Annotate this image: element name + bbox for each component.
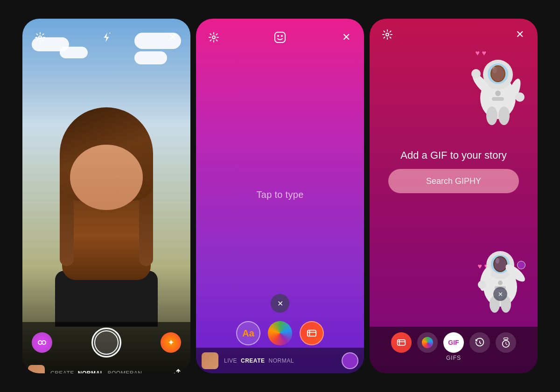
color-wheel-icon [422, 337, 433, 348]
flash-icon [102, 32, 111, 42]
svg-point-26 [491, 66, 504, 81]
text-mode-live[interactable]: LIVE [224, 357, 237, 364]
dismiss-icon: ✕ [277, 299, 283, 308]
text-screen-bg: ✕ Tap to type ✕ Aa [196, 19, 364, 373]
settings-button[interactable] [32, 29, 49, 46]
mode-boomerang[interactable]: BOOMERAN [107, 370, 142, 373]
svg-rect-45 [504, 338, 508, 340]
svg-point-38 [498, 280, 503, 285]
gif-timer-button[interactable] [496, 332, 516, 353]
sticker-face-icon [274, 31, 286, 43]
gif-sticker-button[interactable] [391, 332, 412, 353]
effect-button[interactable]: ✦ [161, 332, 181, 353]
gifs-section-label: GIFS [446, 355, 461, 364]
flip-camera-button[interactable] [168, 365, 185, 373]
svg-rect-9 [308, 330, 316, 336]
text-tool-label: Aa [242, 328, 254, 339]
astronaut-svg-bottom [472, 238, 528, 313]
text-settings-button[interactable] [205, 29, 222, 46]
history-icon [475, 337, 485, 348]
text-close-button[interactable]: ✕ [338, 29, 355, 46]
svg-point-0 [39, 36, 42, 39]
svg-point-4 [42, 341, 46, 344]
sticker-dismiss-button[interactable]: ✕ [493, 287, 507, 301]
add-gif-heading: Add a GIF to your story [400, 149, 506, 161]
boomerang-button[interactable] [32, 332, 52, 353]
sticker-face-button[interactable] [272, 29, 288, 46]
gallery-thumbnail[interactable] [28, 365, 45, 373]
gif-bottom-nav: GIF GIF [370, 327, 538, 373]
text-gallery-thumbnail[interactable] [202, 352, 218, 369]
mode-create[interactable]: CREATE [50, 370, 74, 373]
search-giphy-input[interactable]: Search GIPHY [388, 169, 519, 193]
svg-point-22 [486, 106, 497, 125]
color-picker-button[interactable] [268, 321, 292, 345]
text-mode-create[interactable]: CREATE [241, 357, 265, 364]
gif-label: GIF [448, 339, 459, 346]
phone-2-text: ✕ Tap to type ✕ Aa [196, 19, 364, 373]
gif-color-button[interactable] [417, 332, 438, 353]
astronaut-svg-top [468, 47, 528, 126]
text-mode-normal[interactable]: NORMAL [268, 357, 294, 364]
svg-marker-1 [104, 33, 109, 42]
svg-point-40 [518, 261, 525, 269]
svg-line-2 [109, 33, 110, 34]
add-gif-section: Add a GIF to your story Search GIPHY [370, 149, 538, 193]
gif-settings-icon [382, 29, 392, 40]
svg-point-3 [38, 341, 42, 344]
svg-point-5 [212, 36, 215, 39]
mode-normal[interactable]: NORMAL [78, 370, 104, 373]
text-mode-labels: LIVE CREATE NORMAL [224, 357, 294, 364]
gif-sticker-icon [397, 338, 406, 347]
phone-1-camera: ✕ ✦ [22, 19, 190, 373]
settings-icon [35, 32, 45, 42]
svg-point-23 [498, 106, 510, 125]
text-color-swatch[interactable] [342, 352, 358, 369]
svg-point-7 [277, 35, 279, 37]
camera-controls: ✦ [22, 322, 190, 363]
text-top-bar: ✕ [196, 19, 364, 51]
gif-screen-bg: ✕ ♥ ♥ [370, 19, 538, 373]
cloud-4 [134, 51, 167, 64]
svg-rect-25 [492, 97, 504, 101]
svg-point-24 [495, 91, 501, 96]
svg-rect-42 [398, 340, 406, 345]
gif-tools: GIF [386, 327, 521, 355]
tap-to-type-label[interactable]: Tap to type [256, 189, 303, 200]
close-icon: ✕ [168, 31, 177, 43]
svg-point-41 [494, 257, 506, 271]
flash-button[interactable] [98, 29, 115, 46]
text-tools: Aa [196, 321, 364, 345]
sticker-icon [307, 328, 317, 338]
camera-top-bar: ✕ [22, 19, 190, 51]
timer-icon [501, 337, 511, 348]
gif-close-icon: ✕ [516, 28, 524, 41]
sticker-dismiss-icon: ✕ [498, 291, 503, 298]
gif-history-button[interactable] [469, 332, 490, 353]
text-bottom-nav: LIVE CREATE NORMAL [196, 348, 364, 373]
shutter-button[interactable] [91, 328, 121, 357]
gif-settings-button[interactable] [379, 26, 396, 43]
search-giphy-label: Search GIPHY [426, 176, 481, 186]
mode-labels: CREATE NORMAL BOOMERAN [50, 370, 142, 373]
phone-3-gif: ✕ ♥ ♥ [370, 19, 538, 373]
svg-point-20 [471, 69, 481, 78]
text-dismiss-button[interactable]: ✕ [271, 294, 289, 313]
gif-top-bar: ✕ [370, 19, 538, 47]
text-style-button[interactable]: Aa [236, 321, 260, 345]
svg-rect-6 [275, 32, 285, 42]
camera-bottom-bar: ✦ CREATE NORMAL BOOMERAN [22, 322, 190, 373]
sticker-button[interactable] [300, 321, 324, 345]
svg-point-8 [281, 35, 283, 37]
camera-mode-nav: CREATE NORMAL BOOMERAN [22, 363, 190, 373]
close-button[interactable]: ✕ [164, 29, 181, 46]
astronaut-sticker-bottom [472, 238, 528, 313]
boomerang-icon [36, 337, 48, 348]
gif-picker-button[interactable]: GIF [443, 332, 464, 353]
astronaut-sticker-top [468, 47, 528, 126]
sparkle-icon: ✦ [168, 337, 175, 348]
shutter-inner [94, 330, 119, 355]
gif-close-button[interactable]: ✕ [511, 26, 528, 43]
text-close-icon: ✕ [342, 31, 350, 43]
flip-icon [171, 368, 182, 373]
